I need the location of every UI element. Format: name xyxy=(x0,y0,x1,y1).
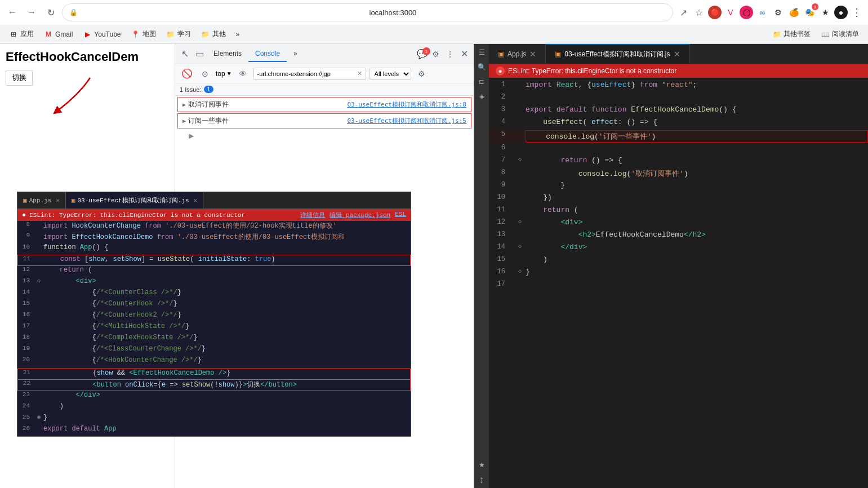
devtools-tabs: ↖ ▭ Elements Console » 💬 1 ⚙ ⋮ ✕ xyxy=(175,44,474,64)
editor-tab-appjs[interactable]: ▣ App.js ✕ xyxy=(489,44,546,64)
sidebar-star-icon[interactable]: ★ xyxy=(475,459,488,471)
sidebar-files-icon[interactable]: ☰ xyxy=(475,46,488,59)
left-line-19: 19 {/*<ClassCounterChange />*/} xyxy=(17,345,411,356)
issue-count: 1 Issue: xyxy=(180,86,202,93)
devtools-settings[interactable]: ⚙ xyxy=(428,47,443,61)
code-line-17: 17 xyxy=(489,280,868,292)
top-label: top xyxy=(216,70,225,78)
bookmark-other[interactable]: 📁 其他 xyxy=(197,28,230,41)
left-line-17: 17 {/*<MultiHookState />*/} xyxy=(17,322,411,334)
bookmark-more-label: » xyxy=(236,30,240,38)
sidebar-git-icon[interactable]: ⊏ xyxy=(475,76,488,88)
left-close-appjs[interactable]: ✕ xyxy=(56,197,60,204)
bookmark-youtube-label: YouTube xyxy=(94,30,121,38)
devtools-inspect[interactable]: ↖ xyxy=(177,47,192,61)
capture-snapshot-button[interactable]: ⊙ xyxy=(198,66,212,81)
bookmark-more[interactable]: » xyxy=(232,29,244,40)
close-devtools-button[interactable]: ✕ xyxy=(457,47,471,60)
left-error-text: ESLint: TypeError: this.cliEngineCtor is… xyxy=(29,212,245,219)
reading-list-icon: 📖 xyxy=(821,30,830,39)
left-error-link-package[interactable]: 编辑 package.json xyxy=(330,211,390,219)
other-bookmarks-label: 其他书签 xyxy=(784,29,811,39)
level-select[interactable]: All levels xyxy=(370,68,411,80)
filter-clear[interactable]: ✕ xyxy=(357,70,362,77)
ext-2[interactable]: V xyxy=(724,6,737,19)
left-line-11: 11 const [show, setShow] = useState( ini… xyxy=(17,255,411,266)
reading-list-label: 阅读清单 xyxy=(832,29,859,39)
left-appjs-icon: ▣ xyxy=(23,197,27,204)
ext-5[interactable]: ⚙ xyxy=(771,6,785,19)
bookmark-youtube[interactable]: ▶ YouTube xyxy=(78,28,125,41)
back-button[interactable]: ← xyxy=(5,5,20,20)
sidebar-collapse-icon[interactable]: ↕ xyxy=(475,473,488,486)
ext-menu[interactable]: ⋮ xyxy=(850,6,863,19)
left-line-10: 10 function App() { xyxy=(17,243,411,255)
ext-8[interactable]: ★ xyxy=(818,6,832,19)
left-close-effecthook[interactable]: ✕ xyxy=(194,197,198,204)
left-appjs-label: App.js xyxy=(29,197,52,204)
right-editor-content: 1 import React, {useEffect} from "react"… xyxy=(489,78,868,488)
ext-9[interactable]: ● xyxy=(834,6,848,19)
left-line-24: 24 ) xyxy=(17,402,411,414)
console-text-0: 取消订阅事件 xyxy=(188,100,268,109)
browser-toolbar: ← → ↻ 🔒 localhost:3000 ↗ ☆ 🔴 V ◯ ∞ ⚙ 🍊 🎭… xyxy=(0,0,868,25)
editor-sidebar: ☰ 🔍 ⊏ ◈ ★ ↕ xyxy=(474,44,489,488)
bookmark-gmail[interactable]: M Gmail xyxy=(39,28,77,41)
notification-badge: 1 xyxy=(422,47,430,55)
code-line-12: 12 ◇ <div> xyxy=(489,218,868,230)
code-line-8: 8 console.log('取消订阅事件') xyxy=(489,168,868,180)
left-error-icon: ● xyxy=(22,211,26,219)
filter-input[interactable]: -url:chrome-extension://jgp ✕ xyxy=(253,68,366,80)
forward-button[interactable]: → xyxy=(24,5,39,20)
ext-4[interactable]: ∞ xyxy=(755,6,769,19)
refresh-button[interactable]: ↻ xyxy=(43,5,59,20)
expand-arrow[interactable]: ▶ xyxy=(189,132,194,140)
sidebar-debug-icon[interactable]: ◈ xyxy=(475,90,488,103)
close-appjs[interactable]: ✕ xyxy=(529,50,536,59)
sidebar-search-icon[interactable]: 🔍 xyxy=(475,61,488,73)
other-bookmarks-icon: 📁 xyxy=(772,30,781,39)
tab-elements[interactable]: Elements xyxy=(207,46,248,62)
other-icon: 📁 xyxy=(201,30,210,39)
devtools-device[interactable]: ▭ xyxy=(192,47,207,61)
bookmark-reading-list[interactable]: 📖 阅读清单 xyxy=(816,28,863,41)
tab-more[interactable]: » xyxy=(287,46,304,62)
clear-console-button[interactable]: 🚫 xyxy=(180,66,194,81)
code-line-15: 15 ) xyxy=(489,255,868,267)
left-line-20: 20 {/*<HookCounterChange />*/} xyxy=(17,356,411,367)
console-source-1[interactable]: 03-useEffect模拟订阅和取消订阅.js:5 xyxy=(347,117,466,125)
code-line-3: 3 export default function EffectHookCanc… xyxy=(489,105,868,117)
left-tab-appjs[interactable]: ▣ App.js ✕ xyxy=(17,192,66,208)
ext-1[interactable]: 🔴 xyxy=(708,6,722,19)
console-source-0[interactable]: 03-useEffect模拟订阅和取消订阅.js:8 xyxy=(347,100,466,109)
left-error-link-esl[interactable]: ESL xyxy=(395,211,406,219)
address-bar[interactable]: 🔒 localhost:3000 xyxy=(62,3,673,21)
ext-3[interactable]: ◯ xyxy=(740,6,753,19)
ext-share[interactable]: ↗ xyxy=(676,6,690,19)
error-text: ESLint: TypeError: this.cliEngineCtor is… xyxy=(508,67,676,75)
code-line-4: 4 useEffect( effect: () => { xyxy=(489,117,868,130)
devtools-menu[interactable]: ⋮ xyxy=(443,47,457,61)
ext-6[interactable]: 🍊 xyxy=(787,6,800,19)
left-line-12: 12 return ( xyxy=(17,266,411,277)
bookmark-apps[interactable]: ⊞ 应用 xyxy=(5,28,38,41)
extension-icons: ↗ ☆ 🔴 V ◯ ∞ ⚙ 🍊 🎭 1 ★ ● ⋮ xyxy=(676,6,863,19)
bookmark-maps[interactable]: 📍 地图 xyxy=(127,28,161,41)
left-editor: ▣ App.js ✕ ▣ 03-useEffect模拟订阅和取消订阅.js ✕ … xyxy=(17,192,411,437)
eye-filter-button[interactable]: 👁 xyxy=(235,66,250,81)
top-filter-select[interactable]: top ▼ xyxy=(216,70,232,78)
tab-console[interactable]: Console xyxy=(248,46,287,62)
left-tab-effecthook[interactable]: ▣ 03-useEffect模拟订阅和取消订阅.js ✕ xyxy=(66,192,203,208)
ext-bookmark[interactable]: ☆ xyxy=(692,6,706,19)
ext-7[interactable]: 🎭 1 xyxy=(803,6,816,19)
left-error-link-detail[interactable]: 详细信息 xyxy=(300,211,325,219)
settings-console-button[interactable]: ⚙ xyxy=(415,66,429,81)
close-effecthook[interactable]: ✕ xyxy=(674,50,680,59)
bookmark-study[interactable]: 📁 学习 xyxy=(162,28,195,41)
editor-tab-effecthook[interactable]: ▣ 03-useEffect模拟订阅和取消订阅.js ✕ xyxy=(546,44,689,64)
switch-button[interactable]: 切换 xyxy=(6,70,33,86)
right-editor-error-bar: ● ESLint: TypeError: this.cliEngineCtor … xyxy=(489,64,868,78)
console-entry-1: ▶ 订阅一些事件 03-useEffect模拟订阅和取消订阅.js:5 xyxy=(177,113,471,128)
bookmark-other-label: 其他 xyxy=(212,29,226,39)
bookmark-other-bookmarks[interactable]: 📁 其他书签 xyxy=(768,28,815,41)
